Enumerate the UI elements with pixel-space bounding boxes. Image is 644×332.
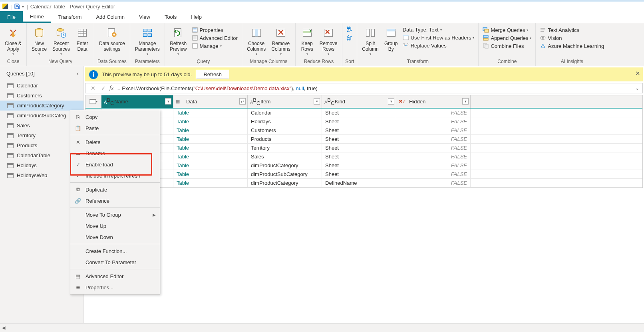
cell-data[interactable]: Table [173, 179, 248, 187]
keep-rows-button[interactable]: Keep Rows▾ [298, 26, 316, 57]
recent-sources-button[interactable]: Recent Sources▾ [50, 26, 72, 57]
ctx-enable-load[interactable]: ✓Enable load [70, 159, 160, 170]
column-header-hidden[interactable]: ✖✓Hidden▾ [396, 95, 471, 108]
save-icon[interactable] [14, 3, 20, 10]
table-row[interactable]: 5TableTerritorySheetFALSE [85, 144, 642, 152]
cancel-formula-icon[interactable]: ✕ [89, 85, 97, 91]
ctx-move-to-group[interactable]: Move To Group▶ [70, 209, 160, 220]
expand-formula-icon[interactable]: ⌄ [635, 85, 639, 91]
manage-button[interactable]: Manage ▾ [190, 42, 239, 49]
tab-tools[interactable]: Tools [157, 11, 184, 23]
split-column-button[interactable]: Split Column▾ [360, 26, 381, 57]
svg-text:A: A [347, 36, 350, 41]
table-row[interactable]: 3TableCustomersSheetFALSE [85, 126, 642, 135]
vision-button[interactable]: Vision [538, 34, 606, 42]
cell-data[interactable]: Table [173, 161, 248, 170]
query-item-selected[interactable]: dimProductCategory [0, 101, 83, 111]
ctx-properties[interactable]: ≣Properties... [70, 282, 160, 293]
divider: | [26, 4, 28, 10]
properties-button[interactable]: Properties [190, 26, 239, 34]
ctx-advanced-editor[interactable]: ▤Advanced Editor [70, 271, 160, 282]
filter-dropdown-icon[interactable]: ▾ [388, 98, 394, 105]
ctx-include-refresh[interactable]: ✓Include in report refresh [70, 170, 160, 181]
remove-columns-button[interactable]: Remove Columns▾ [269, 26, 292, 57]
context-menu: ⎘Copy 📋Paste ✕Delete ▭Rename ✓Enable loa… [70, 110, 160, 294]
close-apply-button[interactable]: Close & Apply▾ [2, 26, 24, 57]
first-row-headers-button[interactable]: Use First Row as Headers ▾ [401, 34, 476, 41]
ctx-rename[interactable]: ▭Rename [70, 148, 160, 159]
refresh-preview-button[interactable]: Refresh Preview▾ [167, 26, 189, 57]
group-label-sort: Sort [345, 59, 354, 65]
table-row[interactable]: 1TableCalendarSheetFALSE [85, 109, 642, 117]
cell-data[interactable]: Table [173, 126, 248, 134]
sort-asc-button[interactable]: AZ [345, 26, 354, 33]
group-by-button[interactable]: Group By [382, 26, 400, 53]
table-row[interactable]: 2TableHolidaysSheetFALSE [85, 117, 642, 126]
cell-data[interactable]: Table [173, 109, 248, 117]
cell-data[interactable]: Table [173, 152, 248, 161]
table-row[interactable]: 9TabledimProductCategoryDefinedNameFALSE [85, 179, 642, 188]
data-type-button[interactable]: Data Type: Text ▾ [401, 26, 476, 33]
table-row[interactable]: 8TabledimProductSubCategorySheetFALSE [85, 170, 642, 179]
tab-add-column[interactable]: Add Column [89, 11, 132, 23]
cell-data[interactable]: Table [173, 117, 248, 126]
azure-ml-button[interactable]: Azure Machine Learning [538, 42, 606, 49]
cell-hidden: FALSE [396, 152, 471, 161]
close-infobar-icon[interactable]: ✕ [635, 70, 640, 77]
ctx-delete[interactable]: ✕Delete [70, 136, 160, 148]
table-row[interactable]: 6TableSalesSheetFALSE [85, 152, 642, 161]
ctx-create-function[interactable]: Create Function... [70, 245, 160, 257]
cell-data[interactable]: Table [173, 170, 248, 178]
manage-parameters-button[interactable]: Manage Parameters▾ [133, 26, 162, 57]
filter-dropdown-icon[interactable]: ▾ [314, 98, 320, 105]
table-row[interactable]: 7TabledimProductCategorySheetFALSE [85, 161, 642, 170]
column-header-data[interactable]: ▦Data⇄ [173, 95, 248, 108]
collapse-pane-icon[interactable]: ‹ [77, 70, 79, 77]
sort-desc-button[interactable]: ZA [345, 34, 354, 42]
select-all-corner[interactable]: ▾ [85, 95, 101, 108]
advanced-editor-button[interactable]: Advanced Editor [190, 34, 239, 42]
commit-formula-icon[interactable]: ✓ [99, 85, 108, 91]
choose-columns-button[interactable]: Choose Columns▾ [244, 26, 268, 57]
enter-data-button[interactable]: Enter Data [73, 26, 91, 53]
tab-help[interactable]: Help [184, 11, 209, 23]
ctx-copy[interactable]: ⎘Copy [70, 111, 160, 123]
cell-data[interactable]: Table [173, 135, 248, 143]
table-row[interactable]: 4TableProductsSheetFALSE [85, 135, 642, 144]
tab-transform[interactable]: Transform [51, 11, 89, 23]
qat-dropdown-icon[interactable]: ▾ [22, 4, 24, 9]
svg-point-55 [542, 37, 544, 39]
append-queries-button[interactable]: Append Queries ▾ [481, 34, 533, 42]
scroll-left-icon[interactable]: ◀ [0, 325, 7, 330]
column-header-kind[interactable]: ABCKind▾ [322, 95, 396, 108]
expand-column-icon[interactable]: ⇄ [239, 98, 246, 105]
table-icon [7, 83, 14, 88]
formula-text[interactable]: = Excel.Workbook(File.Contents("C:\Users… [117, 85, 634, 91]
query-item[interactable]: Customers [0, 91, 83, 101]
ctx-reference[interactable]: 🔗Reference [70, 195, 160, 206]
combine-files-button: Combine Files [481, 42, 533, 49]
remove-rows-button[interactable]: Remove Rows▾ [317, 26, 340, 57]
svg-rect-57 [89, 99, 96, 100]
column-header-item[interactable]: ABCItem▾ [248, 95, 322, 108]
tab-file[interactable]: File [0, 11, 23, 23]
ctx-duplicate[interactable]: ⧉Duplicate [70, 184, 160, 195]
copy-icon: ⎘ [74, 113, 81, 121]
refresh-button[interactable]: Refresh [196, 70, 229, 79]
tab-view[interactable]: View [132, 11, 157, 23]
merge-queries-button[interactable]: Merge Queries ▾ [481, 26, 533, 34]
ctx-move-down[interactable]: Move Down [70, 231, 160, 243]
tab-home[interactable]: Home [23, 11, 51, 23]
replace-values-button[interactable]: 12Replace Values [401, 42, 476, 49]
ctx-move-up[interactable]: Move Up [70, 220, 160, 231]
svg-text:1: 1 [403, 42, 405, 47]
query-item[interactable]: Calendar [0, 81, 83, 91]
text-analytics-button[interactable]: Text Analytics [538, 26, 606, 34]
cell-data[interactable]: Table [173, 144, 248, 152]
horizontal-scrollbar[interactable]: ◀ [0, 323, 644, 332]
column-header-name[interactable]: ABCName▾ [101, 95, 173, 108]
filter-dropdown-icon[interactable]: ▾ [165, 98, 171, 105]
data-source-settings-button[interactable]: Data source settings [97, 26, 127, 53]
filter-dropdown-icon[interactable]: ▾ [462, 98, 469, 105]
new-source-button[interactable]: New Source▾ [29, 26, 49, 57]
